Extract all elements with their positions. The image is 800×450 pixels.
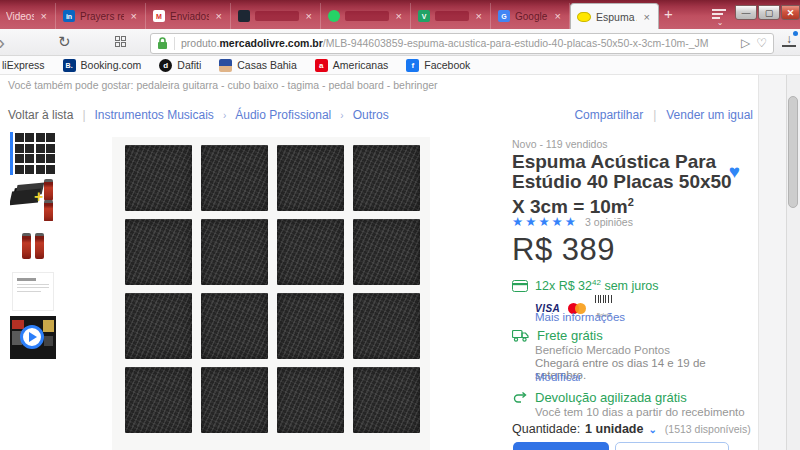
- installments-cents: 42: [592, 278, 601, 287]
- modify-link[interactable]: Modificar: [535, 371, 582, 383]
- thumbnail-foam-grid-selected[interactable]: [10, 132, 56, 175]
- favorite-heart-icon[interactable]: ♥: [729, 161, 740, 183]
- breadcrumb-category-3[interactable]: Outros: [353, 108, 389, 122]
- translate-icon: G: [498, 10, 510, 22]
- tab-close-icon[interactable]: ×: [214, 10, 224, 22]
- title-superscript: 2: [628, 196, 634, 208]
- sell-one-link[interactable]: Vender um igual: [666, 108, 753, 122]
- tab-title: Prayers relea: [80, 11, 124, 22]
- bookmark-heart-icon[interactable]: ♡: [756, 36, 767, 50]
- product-main-image[interactable]: [112, 137, 430, 450]
- glue-can-image: [44, 200, 53, 221]
- installments-row: 12x R$ 3242 sem juros: [512, 278, 659, 293]
- related-searches-links[interactable]: pedaleira guitarra - cubo baixo - tagima…: [136, 79, 437, 91]
- bookmark-label: Casas Bahia: [237, 59, 297, 71]
- tab-redacted-1[interactable]: ×: [232, 3, 321, 29]
- free-shipping-row: Frete grátis: [512, 328, 603, 343]
- breadcrumb-category-2[interactable]: Áudio Profissional: [235, 108, 331, 122]
- truck-icon: [512, 329, 529, 342]
- return-policy-desc: Você tem 10 dias a partir do recebimento: [535, 406, 745, 418]
- bookmark-label: liExpress: [2, 59, 45, 71]
- play-icon[interactable]: [20, 325, 44, 349]
- star-rating-icons[interactable]: ★★★★★: [512, 214, 578, 229]
- tab-green-v[interactable]: V ×: [412, 3, 491, 29]
- tab-title: Videos: [6, 11, 34, 22]
- bookmark-aliexpress[interactable]: liExpress: [0, 59, 54, 71]
- tab-close-icon[interactable]: ×: [394, 10, 404, 22]
- minimize-button[interactable]: —: [735, 5, 757, 20]
- url-bar[interactable]: produto.mercadolivre.com.br/MLB-94460385…: [150, 33, 774, 54]
- plus-icon: +: [34, 188, 43, 206]
- new-tab-button[interactable]: +: [664, 6, 673, 21]
- reviews-link[interactable]: 3 opiniões: [585, 216, 633, 228]
- bookmark-label: Facebook: [424, 59, 470, 71]
- chevron-down-icon[interactable]: ⌄: [648, 424, 656, 435]
- thumbnail-spec-sheet[interactable]: [10, 270, 56, 313]
- forward-icon[interactable]: ›: [0, 30, 5, 54]
- tab-close-icon[interactable]: ×: [642, 11, 652, 23]
- whatsapp-icon: [328, 10, 340, 22]
- selected-indicator: [10, 132, 13, 175]
- bookmark-casas-bahia[interactable]: Casas Bahia: [210, 59, 306, 72]
- breadcrumb: Voltar à lista | Instrumentos Musicais ›…: [8, 108, 389, 122]
- installments-text: 12x R$ 3242 sem juros: [535, 278, 659, 293]
- shipping-benefit: Benefício Mercado Pontos: [535, 344, 670, 356]
- buy-now-button[interactable]: [513, 442, 609, 450]
- breadcrumb-category-1[interactable]: Instrumentos Musicais: [95, 108, 214, 122]
- bookmark-facebook[interactable]: f Facebook: [397, 59, 479, 72]
- tab-close-icon[interactable]: ×: [39, 10, 49, 22]
- tab-whatsapp[interactable]: ×: [322, 3, 411, 29]
- rating-row: ★★★★★ 3 opiniões: [512, 214, 633, 229]
- tab-linkedin[interactable]: in Prayers relea ×: [57, 3, 146, 29]
- return-arrow-icon: [512, 392, 527, 404]
- thumbnail-foam-with-glue[interactable]: +: [10, 178, 56, 221]
- redacted-title: [255, 11, 299, 21]
- americanas-icon: a: [315, 59, 328, 72]
- product-price: R$ 389: [512, 232, 615, 268]
- maximize-button[interactable]: ▢: [758, 5, 780, 20]
- green-v-icon: V: [418, 10, 430, 22]
- bookmark-booking[interactable]: B. Booking.com: [54, 59, 151, 72]
- redacted-title: [345, 11, 389, 21]
- list-all-tabs-icon[interactable]: ⌄: [712, 9, 728, 25]
- url-separator: [174, 37, 175, 50]
- url-domain: mercadolivre.com.br: [220, 37, 323, 49]
- scrollbar-thumb[interactable]: [788, 96, 798, 208]
- bookmark-americanas[interactable]: a Americanas: [306, 59, 397, 72]
- tab-videos[interactable]: Videos ×: [0, 3, 56, 29]
- back-to-list-link[interactable]: Voltar à lista: [8, 108, 73, 122]
- breadcrumb-divider: |: [82, 108, 85, 122]
- send-tab-icon[interactable]: ▷: [741, 36, 750, 50]
- grid-apps-icon[interactable]: [115, 36, 126, 47]
- title-line: Espuma Acústica Para: [512, 152, 732, 172]
- return-policy-label: Devolução agilizada grátis: [535, 390, 687, 405]
- tab-close-icon[interactable]: ×: [304, 10, 314, 22]
- tab-close-icon[interactable]: ×: [553, 10, 563, 22]
- downloads-icon[interactable]: ↓: [782, 34, 796, 47]
- tab-google-translate[interactable]: G Google Transl ×: [492, 3, 570, 29]
- dafiti-icon: d: [159, 59, 172, 72]
- bookmarks-bar: liExpress B. Booking.com d Dafiti Casas …: [0, 56, 800, 75]
- glue-can-image: [35, 233, 44, 259]
- tab-close-icon[interactable]: ×: [129, 10, 139, 22]
- tab-gmail[interactable]: M Enviados - ita ×: [147, 3, 231, 29]
- tab-mercadolivre-active[interactable]: Espuma Acústic ×: [570, 3, 659, 29]
- more-info-link[interactable]: Mais informações: [535, 311, 625, 323]
- refresh-icon[interactable]: ↻: [58, 33, 71, 51]
- facebook-icon: f: [406, 59, 419, 72]
- available-stock: (1513 disponíveis): [665, 423, 751, 435]
- padlock-icon: [157, 37, 168, 50]
- redacted-title: [435, 11, 469, 21]
- close-button[interactable]: ✕: [781, 5, 800, 20]
- thumbnail-video[interactable]: [10, 316, 56, 359]
- bookmark-dafiti[interactable]: d Dafiti: [150, 59, 210, 72]
- gmail-icon: M: [153, 10, 165, 22]
- quantity-selector[interactable]: Quantidade: 1 unidade ⌄ (1513 disponívei…: [512, 422, 751, 436]
- credit-card-icon: [512, 280, 528, 292]
- quantity-label: Quantidade:: [512, 422, 580, 436]
- thumbnail-glue-cans[interactable]: [10, 224, 56, 267]
- share-link[interactable]: Compartilhar: [574, 108, 643, 122]
- bookmark-label: Dafiti: [177, 59, 201, 71]
- add-to-cart-button[interactable]: [615, 442, 729, 450]
- tab-close-icon[interactable]: ×: [474, 10, 484, 22]
